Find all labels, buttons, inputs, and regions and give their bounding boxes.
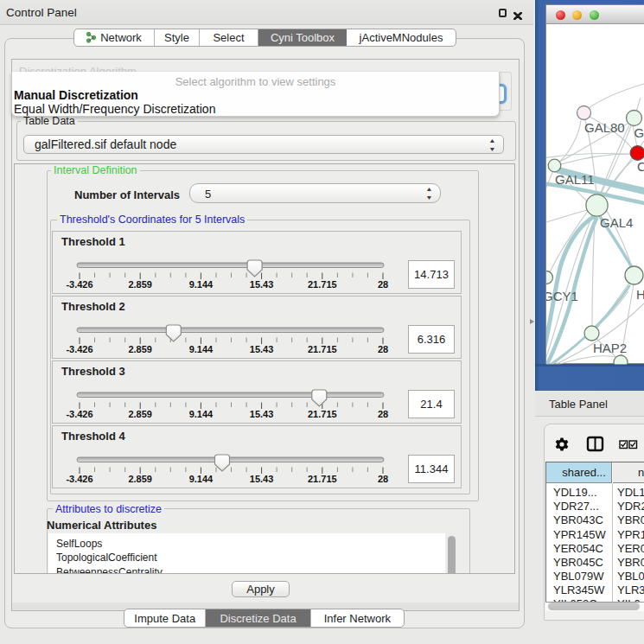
svg-text:H: H (636, 287, 644, 302)
svg-text:GAL4: GAL4 (600, 215, 633, 230)
svg-text:GAL80: GAL80 (584, 120, 625, 135)
svg-text:HAP2: HAP2 (593, 341, 627, 355)
svg-text:GAL11: GAL11 (555, 172, 595, 187)
svg-text:GCY1: GCY1 (546, 289, 578, 303)
svg-text:GA: GA (634, 125, 644, 140)
svg-text:C: C (637, 159, 644, 174)
